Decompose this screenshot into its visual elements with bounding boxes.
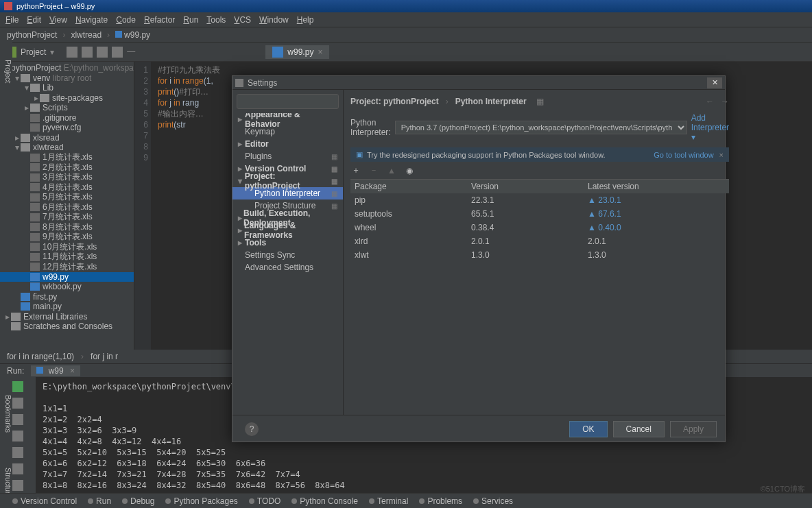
down-icon[interactable] bbox=[12, 431, 23, 442]
tree-item[interactable]: .gitignore bbox=[0, 113, 134, 123]
tree-item[interactable]: main.py bbox=[0, 302, 134, 312]
menu-help[interactable]: Help bbox=[297, 15, 314, 25]
col-version[interactable]: Version bbox=[467, 180, 584, 193]
help-button[interactable]: ? bbox=[245, 422, 259, 436]
package-row[interactable]: pip22.3.1▲ 23.0.1 bbox=[350, 193, 729, 207]
packages-table[interactable]: Package Version Latest version pip22.3.1… bbox=[350, 179, 729, 411]
add-package-icon[interactable]: ＋ bbox=[350, 165, 361, 176]
status-problems[interactable]: Problems bbox=[419, 496, 462, 506]
tree-item[interactable]: w99.py bbox=[0, 272, 134, 282]
show-early-icon[interactable]: ◉ bbox=[404, 166, 415, 176]
menu-vcs[interactable]: VCS bbox=[234, 15, 251, 25]
menu-tools[interactable]: Tools bbox=[206, 15, 226, 25]
close-button[interactable]: ✕ bbox=[707, 77, 722, 88]
status-version-control[interactable]: Version Control bbox=[12, 496, 77, 506]
status-todo[interactable]: TODO bbox=[249, 496, 280, 506]
package-row[interactable]: xlwt1.3.01.3.0 bbox=[350, 248, 729, 262]
tree-item[interactable]: ▾pythonProject E:\python_workspac bbox=[0, 63, 134, 73]
menu-code[interactable]: Code bbox=[116, 15, 136, 25]
py-icon bbox=[36, 367, 43, 374]
settings-nav-item[interactable]: ▾Project: pythonProject▦ bbox=[232, 175, 343, 187]
softwrap-icon[interactable] bbox=[12, 447, 23, 458]
status-services[interactable]: Services bbox=[473, 496, 513, 506]
settings-search-input[interactable] bbox=[237, 94, 339, 109]
tree-item[interactable]: 12月统计表.xls bbox=[0, 262, 134, 272]
menu-navigate[interactable]: Navigate bbox=[75, 15, 108, 25]
tool-window-project[interactable]: Project bbox=[0, 41, 12, 96]
package-row[interactable]: xlrd2.0.12.0.1 bbox=[350, 234, 729, 248]
col-latest[interactable]: Latest version bbox=[584, 180, 729, 193]
tree-item[interactable]: ▸site-packages bbox=[0, 93, 134, 104]
upgrade-package-icon[interactable]: ▲ bbox=[386, 166, 397, 176]
locate-icon[interactable] bbox=[67, 47, 77, 58]
trash-icon[interactable] bbox=[12, 480, 23, 491]
collapse-icon[interactable] bbox=[97, 47, 108, 58]
forward-icon[interactable]: → bbox=[721, 97, 729, 106]
tree-item[interactable]: first.py bbox=[0, 292, 134, 302]
menu-view[interactable]: View bbox=[49, 15, 67, 25]
print-icon[interactable] bbox=[12, 463, 23, 474]
rerun-icon[interactable] bbox=[12, 381, 23, 392]
apply-button[interactable]: Apply bbox=[670, 421, 717, 437]
tree-item[interactable]: ▸Scripts bbox=[0, 103, 134, 113]
status-python-console[interactable]: Python Console bbox=[291, 496, 358, 506]
settings-nav-item[interactable]: Settings Sync bbox=[232, 249, 343, 261]
crumb[interactable]: w99.py bbox=[115, 30, 150, 40]
tree-item[interactable]: wkbook.py bbox=[0, 282, 134, 292]
dialog-titlebar: Settings ✕ bbox=[232, 76, 725, 90]
stop-icon[interactable] bbox=[12, 398, 23, 409]
project-label[interactable]: Project bbox=[21, 47, 46, 57]
settings-nav-item[interactable]: ▸Languages & Frameworks bbox=[232, 224, 343, 237]
main-toolbar: Project ▾ — w99.py × bbox=[0, 43, 812, 62]
remove-package-icon[interactable]: － bbox=[368, 165, 379, 176]
settings-nav-item[interactable]: Plugins▦ bbox=[232, 150, 343, 162]
cancel-button[interactable]: Cancel bbox=[613, 421, 665, 437]
crumb[interactable]: for i in range(1,10) bbox=[7, 352, 74, 361]
menu-file[interactable]: File bbox=[5, 15, 19, 25]
go-to-tool-window-link[interactable]: Go to tool window bbox=[654, 151, 713, 159]
menu-edit[interactable]: Edit bbox=[27, 15, 41, 25]
close-icon[interactable]: × bbox=[70, 366, 75, 376]
close-icon[interactable]: × bbox=[318, 47, 322, 57]
project-tree[interactable]: ▾pythonProject E:\python_workspac▾venv l… bbox=[0, 62, 134, 350]
tree-item[interactable]: ▸External Libraries bbox=[0, 312, 134, 322]
interpreter-select[interactable]: Python 3.7 (pythonProject) E:\python_wor… bbox=[395, 121, 687, 134]
status-run[interactable]: Run bbox=[88, 496, 111, 506]
close-icon[interactable]: × bbox=[719, 151, 724, 159]
tree-item[interactable]: ▾Lib bbox=[0, 83, 134, 93]
menu-window[interactable]: Window bbox=[259, 15, 289, 25]
add-interpreter-link[interactable]: Add Interpreter ▾ bbox=[691, 113, 729, 142]
crumb[interactable]: for j in r bbox=[91, 352, 118, 361]
menu-refactor[interactable]: Refactor bbox=[144, 15, 175, 25]
back-icon[interactable]: ← bbox=[706, 97, 714, 106]
package-row[interactable]: setuptools65.5.1▲ 67.6.1 bbox=[350, 207, 729, 221]
status-python-packages[interactable]: Python Packages bbox=[165, 496, 237, 506]
col-package[interactable]: Package bbox=[350, 180, 467, 193]
package-row[interactable]: wheel0.38.4▲ 0.40.0 bbox=[350, 221, 729, 234]
run-tab-label: w99 bbox=[49, 366, 64, 376]
tree-item[interactable]: pyvenv.cfg bbox=[0, 123, 134, 133]
up-icon[interactable] bbox=[12, 414, 23, 425]
crumb[interactable]: pythonProject bbox=[7, 30, 57, 40]
menu-run[interactable]: Run bbox=[183, 15, 198, 25]
run-tab[interactable]: w99 × bbox=[31, 365, 80, 376]
settings-nav-item[interactable]: ▸Editor bbox=[232, 138, 343, 150]
settings-nav[interactable]: ▸Appearance & BehaviorKeymap▸EditorPlugi… bbox=[232, 113, 343, 415]
status-debug[interactable]: Debug bbox=[122, 496, 154, 506]
tool-window-bookmarks[interactable]: Bookmarks bbox=[0, 384, 12, 439]
nav-breadcrumbs: pythonProject›xlwtread›w99.py bbox=[0, 27, 812, 43]
settings-nav-item[interactable]: ▸Appearance & Behavior bbox=[232, 113, 343, 125]
ok-button[interactable]: OK bbox=[569, 421, 607, 437]
dialog-title: Settings bbox=[248, 78, 277, 88]
gear-icon[interactable] bbox=[112, 47, 123, 58]
settings-nav-item[interactable]: Advanced Settings bbox=[232, 261, 343, 274]
expand-icon[interactable] bbox=[82, 47, 93, 58]
editor-tab[interactable]: w99.py × bbox=[265, 45, 329, 59]
py-icon bbox=[272, 47, 283, 58]
tree-item[interactable]: ▾venv library root bbox=[0, 73, 134, 84]
hide-icon[interactable]: — bbox=[127, 47, 138, 58]
tree-item[interactable]: Scratches and Consoles bbox=[0, 322, 134, 332]
tree-item[interactable]: ▸xlsread bbox=[0, 133, 134, 143]
status-terminal[interactable]: Terminal bbox=[369, 496, 408, 506]
crumb[interactable]: xlwtread bbox=[71, 30, 102, 40]
